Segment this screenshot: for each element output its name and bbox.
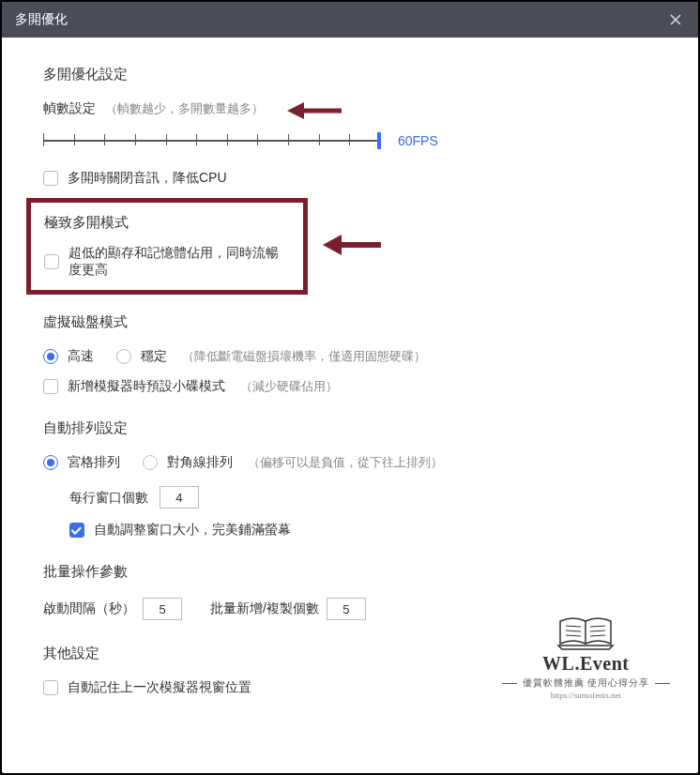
svg-line-5 [590, 631, 605, 631]
vdisk-fast-radio[interactable] [43, 349, 58, 364]
mute-audio-label: 多開時關閉音訊，降低CPU [68, 170, 227, 187]
fps-slider-row: 60FPS [43, 130, 657, 151]
section-multi-optimize-title: 多開優化設定 [43, 66, 657, 84]
per-row-label: 每行窗口個數 [69, 490, 148, 505]
fps-slider[interactable] [43, 130, 381, 151]
vdisk-stable-label: 穩定 [141, 348, 167, 365]
low-mem-label: 超低的顯存和記憶體佔用，同時流暢度更高 [68, 245, 290, 279]
fps-slider-handle[interactable] [377, 132, 381, 149]
watermark-url: https://sumofents.net [502, 691, 671, 700]
vdisk-fast-label: 高速 [68, 348, 94, 365]
interval-input[interactable]: 5 [143, 598, 182, 620]
remember-pos-label: 自動記住上一次模擬器視窗位置 [68, 679, 251, 696]
vdisk-stable-hint: （降低斷電磁盤損壞機率，僅適用固態硬碟） [182, 348, 426, 365]
mute-audio-checkbox[interactable] [43, 171, 58, 186]
svg-line-4 [590, 626, 605, 627]
watermark: WL.Event 優質軟體推薦 使用心得分享 https://sumofents… [502, 614, 671, 700]
small-disk-label: 新增模擬器時預設小碟模式 [68, 378, 225, 395]
copy-count-input[interactable]: 5 [327, 598, 366, 620]
titlebar: 多開優化 [2, 2, 698, 38]
close-button[interactable] [666, 10, 685, 29]
arrange-diag-label: 對角線排列 [167, 454, 233, 471]
arrange-diag-hint: （偏移可以是負值，從下往上排列） [248, 454, 443, 471]
small-disk-hint: （減少硬碟佔用） [240, 378, 338, 395]
watermark-sub: 優質軟體推薦 使用心得分享 [502, 676, 671, 690]
svg-line-2 [566, 631, 581, 631]
fps-hint: （幀數越少，多開數量越多） [105, 101, 264, 115]
copy-count-label: 批量新增/複製個數 [210, 600, 319, 617]
annotation-arrow-1 [287, 99, 343, 123]
section-extreme-title: 極致多開模式 [44, 214, 290, 232]
vdisk-stable-radio[interactable] [116, 349, 131, 364]
section-arrange-title: 自動排列設定 [43, 419, 657, 437]
content-area: 多開優化設定 幀數設定 （幀數越少，多開數量越多） 60FPS [2, 38, 698, 726]
svg-line-6 [590, 635, 605, 636]
remember-pos-checkbox[interactable] [43, 680, 58, 695]
low-mem-checkbox[interactable] [44, 254, 59, 269]
annotation-arrow-2 [323, 232, 383, 258]
svg-line-1 [566, 626, 581, 627]
fps-label: 幀數設定 [43, 100, 96, 115]
section-batch-title: 批量操作參數 [43, 563, 657, 581]
window-title: 多開優化 [15, 11, 68, 28]
small-disk-checkbox[interactable] [43, 379, 58, 394]
auto-resize-checkbox[interactable] [69, 523, 84, 538]
fps-setting-row: 幀數設定 （幀數越少，多開數量越多） [43, 100, 657, 117]
extreme-mode-box: 極致多開模式 超低的顯存和記憶體佔用，同時流暢度更高 [26, 198, 308, 295]
watermark-brand: WL.Event [502, 653, 671, 675]
arrange-grid-radio[interactable] [43, 455, 58, 470]
interval-label: 啟動間隔（秒） [43, 600, 135, 617]
auto-resize-label: 自動調整窗口大小，完美鋪滿螢幕 [94, 522, 291, 539]
book-icon [556, 614, 615, 649]
svg-line-3 [566, 635, 581, 636]
section-vdisk-title: 虛擬磁盤模式 [43, 313, 657, 331]
fps-value-label: 60FPS [398, 133, 438, 148]
settings-window: 多開優化 多開優化設定 幀數設定 （幀數越少，多開數量越多） [0, 0, 700, 775]
arrange-grid-label: 宮格排列 [68, 454, 120, 471]
per-row-input[interactable]: 4 [160, 486, 199, 509]
close-icon [670, 14, 681, 25]
arrange-diag-radio[interactable] [143, 455, 158, 470]
